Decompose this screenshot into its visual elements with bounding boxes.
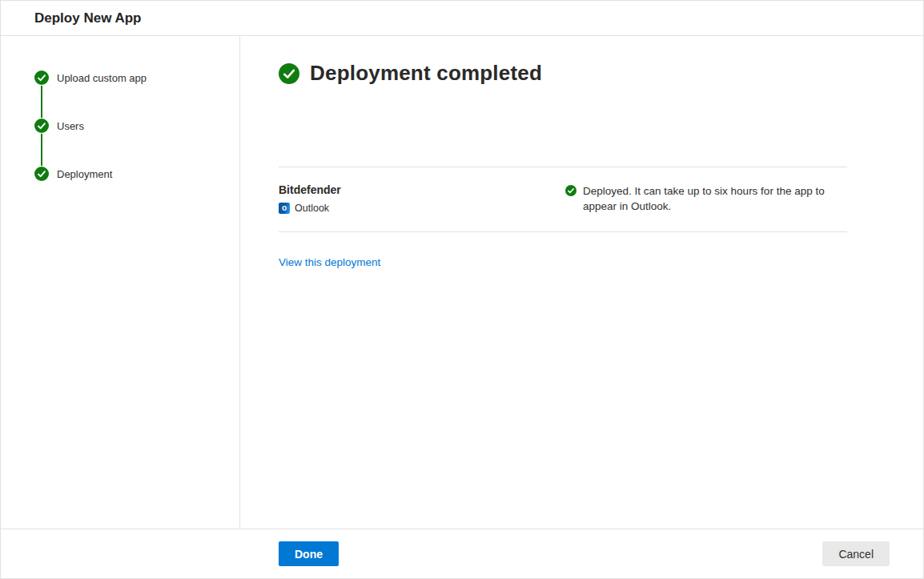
view-deployment-link[interactable]: View this deployment	[279, 256, 380, 268]
deployment-result-table: Bitdefender o Outlook Deployed. It can t…	[279, 167, 847, 232]
step-label: Users	[57, 120, 84, 132]
step-connector-line	[41, 134, 42, 166]
app-host: o Outlook	[279, 203, 565, 214]
app-host-label: Outlook	[295, 203, 329, 214]
cancel-button[interactable]: Cancel	[822, 541, 890, 566]
success-check-icon	[279, 63, 299, 84]
step-label: Deployment	[57, 168, 112, 180]
sidebar-item-upload-custom-app[interactable]: Upload custom app	[34, 70, 239, 85]
done-button[interactable]: Done	[279, 541, 339, 566]
sidebar-item-users[interactable]: Users	[34, 119, 239, 133]
step-complete-check-icon	[34, 167, 49, 181]
app-name: Bitdefender	[279, 183, 565, 196]
table-row: Bitdefender o Outlook Deployed. It can t…	[279, 167, 847, 232]
step-label: Upload custom app	[57, 72, 147, 84]
step-complete-check-icon	[34, 119, 49, 133]
app-info-cell: Bitdefender o Outlook	[279, 183, 565, 214]
deploy-new-app-dialog: Deploy New App Upload custom app Users	[0, 0, 924, 579]
step-complete-check-icon	[34, 70, 49, 85]
step-connector-line	[41, 86, 42, 118]
deployment-completed-heading: Deployment completed	[279, 61, 847, 86]
outlook-icon: o	[279, 203, 290, 214]
sidebar-item-deployment[interactable]: Deployment	[34, 167, 239, 181]
deployed-check-icon	[565, 185, 576, 196]
main-content: Deployment completed Bitdefender o Outlo…	[240, 36, 923, 529]
heading-text: Deployment completed	[310, 61, 542, 86]
dialog-header: Deploy New App	[1, 1, 923, 36]
deployment-status-cell: Deployed. It can take up to six hours fo…	[565, 183, 847, 214]
status-text: Deployed. It can take up to six hours fo…	[583, 183, 847, 214]
page-title: Deploy New App	[34, 10, 142, 26]
wizard-steps-sidebar: Upload custom app Users Deployment	[1, 36, 240, 529]
dialog-footer: Done Cancel	[1, 529, 923, 578]
